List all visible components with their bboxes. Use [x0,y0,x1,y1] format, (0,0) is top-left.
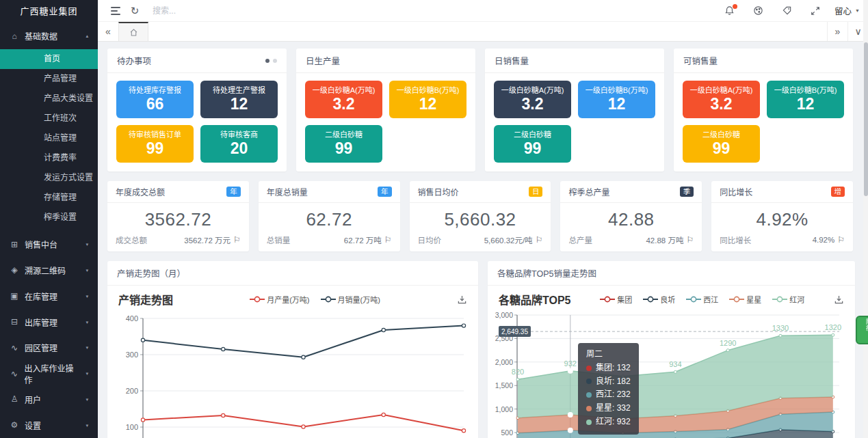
sellable-card: 可销售量 一级白砂糖A(万吨) 3.2 一级白砂糖B(万吨) 12 二级白砂糖 [674,49,853,172]
tabs-scroll-right-icon[interactable]: » [827,22,847,41]
sidebar-item-crush-season[interactable]: 榨季设置 [0,208,98,228]
sidebar-section-io-operations[interactable]: ∿ 出入库作业操作 ▼ [0,361,98,387]
daily-sales-card: 日销售量 一级白砂糖A(万吨) 3.2 一级白砂糖B(万吨) 12 二级白砂糖 [485,49,664,172]
app-title: 广西糖业集团 [0,0,98,23]
qrcode-shield-icon: ◈ [10,265,19,275]
todo-tile-production-alerts[interactable]: 待处理生产警报 12 [200,81,278,118]
refresh-icon[interactable]: ↻ [125,2,144,20]
legend-item[interactable]: 集团 [600,294,632,305]
sellable-tile-grade2[interactable]: 二级白砂糖 99 [683,125,760,163]
tabbar: « » ∨ [98,22,868,42]
park-activity-icon: ∿ [10,343,19,353]
production-tile-b[interactable]: 一级白砂糖B(万吨) 12 [389,81,466,118]
legend-label: 集团 [617,294,632,305]
epidemic-prevention-widget[interactable]: 防疫 [856,316,868,344]
user-menu[interactable]: 留心 ▼ [834,4,860,17]
stat-footer-label: 总产量 [568,234,592,245]
todo-card: 待办事项 待处理库存警报 66 待处理生产警报 12 待审核 [107,49,287,172]
legend-marker-icon [643,296,658,303]
sidebar: 广西糖业集团 ⌂ 基础数据 ▲ 首页 产品管理 产品大类设置 工作班次 站点管理… [0,0,98,438]
sidebar-item-site-mgmt[interactable]: 站点管理 [0,128,98,148]
search-input[interactable] [151,5,281,16]
chevron-up-icon: ▲ [85,34,89,38]
modules-icon: ⊞ [10,240,19,249]
sidebar-section-users[interactable]: ♙ 用户 ▼ [0,386,98,412]
legend-marker-icon [686,296,701,303]
legend-item[interactable]: 良圻 [643,294,675,305]
sidebar-item-home[interactable]: 首页 [0,49,98,69]
sales-tile-a[interactable]: 一级白砂糖A(万吨) 3.2 [494,81,571,118]
legend-label: 西江 [703,294,718,305]
sidebar-section-park-mgmt[interactable]: ∿ 园区管理 ▼ [0,335,98,361]
svg-text:2,000: 2,000 [495,358,513,366]
sidebar-section-trace-qrcode[interactable]: ◈ 溯源二维码 ▼ [0,258,98,284]
legend-item[interactable]: 红河 [772,294,804,305]
tab-home[interactable] [118,22,148,41]
sidebar-section-sales-platform[interactable]: ⊞ 销售中台 ▼ [0,232,98,258]
theme-palette-icon[interactable] [748,2,767,20]
sales-tile-b[interactable]: 一级白砂糖B(万吨) 12 [578,81,655,118]
svg-text:400: 400 [126,314,138,323]
sidebar-section-label: 基础数据 [25,30,57,42]
todo-tile-sales-orders[interactable]: 待审核销售订单 99 [116,125,194,163]
sidebar-section-settings[interactable]: ⚙ 设置 ▼ [0,412,98,438]
sales-tile-grade2[interactable]: 二级白砂糖 99 [494,125,571,163]
sidebar-item-work-shift[interactable]: 工作班次 [0,109,98,128]
user-icon: ♙ [10,394,19,404]
sidebar-section-label: 出入库作业操作 [24,362,79,385]
legend-label: 良圻 [660,294,675,305]
legend-item[interactable]: 月产量(万吨) [250,294,309,305]
carousel-dots[interactable] [265,59,277,63]
line-chart: 400300200100 [118,310,467,438]
series-dot-icon [586,379,592,384]
todo-tile-merchants[interactable]: 待审核客商 20 [200,125,278,163]
legend-item[interactable]: 星星 [729,294,761,305]
download-icon[interactable] [834,295,844,305]
main-area: ↻ [98,0,868,438]
stat-card-1: 年度总销量年62.72总销量62.72 万吨⚐ [259,181,400,251]
flag-icon: ⚐ [536,235,543,245]
sidebar-section-basic-data[interactable]: ⌂ 基础数据 ▲ [0,23,98,49]
sidebar-item-product-category[interactable]: 产品大类设置 [0,89,98,109]
tag-icon[interactable] [777,2,796,20]
legend-item[interactable]: 西江 [686,294,718,305]
scrollbar[interactable] [863,0,868,438]
card-title: 可销售量 [683,54,718,67]
tooltip-entry: 良圻: 182 [586,375,631,389]
production-tile-grade2[interactable]: 二级白砂糖 99 [305,125,382,163]
sellable-tile-a[interactable]: 一级白砂糖A(万吨) 3.2 [683,81,760,118]
sidebar-item-billing-rate[interactable]: 计费费率 [0,148,98,168]
chevron-down-icon: ▼ [85,423,89,427]
chart-legend: 月产量(万吨)月销量(万吨) [173,294,457,305]
chevron-down-icon: ▼ [85,268,89,272]
sidebar-section-label: 出库管理 [25,316,57,328]
tabs-scroll-left-icon[interactable]: « [98,22,118,41]
sellable-tile-b[interactable]: 一级白砂糖B(万吨) 12 [767,81,844,118]
svg-text:1,000: 1,000 [495,405,513,413]
sidebar-item-storage-mgmt[interactable]: 存储管理 [0,188,98,208]
stat-footer-value: 62.72 万吨 [344,234,382,245]
sidebar-item-shipping-method[interactable]: 发运方式设置 [0,168,98,188]
stat-footer-value: 4.92% [813,236,835,244]
series-dot-icon [586,392,592,398]
production-tile-a[interactable]: 一级白砂糖A(万吨) 3.2 [305,81,382,118]
stat-title: 年度总销量 [267,186,308,197]
sidebar-section-in-warehouse[interactable]: ▣ 在库管理 ▼ [0,283,98,309]
sidebar-section-label: 销售中台 [25,238,57,250]
fullscreen-icon[interactable] [806,2,825,20]
svg-text:820: 820 [512,368,524,376]
sidebar-item-product-mgmt[interactable]: 产品管理 [0,69,98,89]
stat-card-2: 销售日均价日5,660.32日均价5,660.32元/吨⚐ [410,181,551,251]
chevron-down-icon: ▼ [855,8,860,13]
svg-text:1,500: 1,500 [495,381,513,389]
bell-icon[interactable] [720,2,739,20]
download-icon[interactable] [457,295,467,305]
status-badge: 年 [378,187,392,197]
legend-item[interactable]: 月销量(万吨) [321,294,380,305]
legend-label: 月产量(万吨) [267,294,309,305]
todo-tile-inventory-alerts[interactable]: 待处理库存警报 66 [116,81,194,118]
stat-title: 榨季总产量 [568,186,609,197]
sidebar-section-outbound[interactable]: ⊟ 出库管理 ▼ [0,309,98,335]
hamburger-icon[interactable] [106,2,125,20]
scrollbar-thumb[interactable] [864,42,868,196]
